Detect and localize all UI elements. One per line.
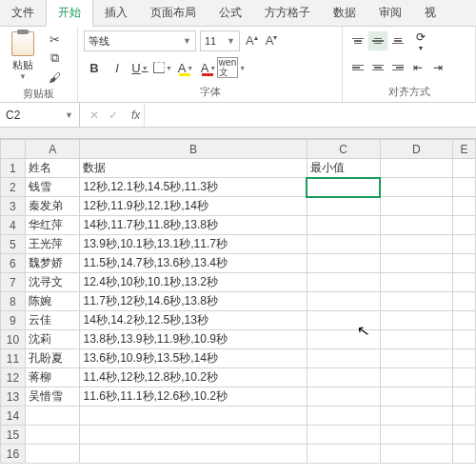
cell[interactable]: 11.5秒,14.7秒,13.6秒,13.4秒 [80, 254, 307, 273]
cell[interactable] [307, 197, 380, 216]
spreadsheet-grid[interactable]: ABCDE1姓名数据最小值2钱雪12秒,12.1秒,14.5秒,11.3秒3秦发… [0, 139, 476, 464]
cell[interactable] [453, 407, 476, 426]
cell[interactable] [380, 311, 453, 330]
decrease-indent-button[interactable]: ⇤ [408, 58, 427, 77]
cell[interactable] [307, 292, 380, 311]
align-bottom-button[interactable] [388, 31, 407, 50]
col-header-D[interactable]: D [380, 140, 453, 159]
align-right-button[interactable] [388, 58, 407, 77]
select-all-corner[interactable] [1, 140, 26, 159]
cell[interactable] [453, 445, 476, 464]
cell[interactable] [380, 426, 453, 445]
copy-button[interactable]: ⧉ [44, 50, 65, 66]
cell[interactable]: 秦发弟 [25, 197, 80, 216]
cell[interactable]: 11.6秒,11.1秒,12.6秒,10.2秒 [80, 387, 307, 407]
cell[interactable] [453, 197, 476, 216]
cell[interactable] [25, 426, 80, 445]
cell[interactable]: 沈寻文 [25, 273, 80, 292]
formula-input[interactable] [144, 103, 476, 127]
cell[interactable] [453, 254, 476, 273]
row-header-12[interactable]: 12 [1, 368, 26, 387]
cell[interactable] [307, 445, 380, 464]
font-color-button[interactable]: A▼ [198, 57, 219, 78]
tab-方方格子[interactable]: 方方格子 [253, 0, 322, 26]
row-header-5[interactable]: 5 [1, 235, 26, 254]
cell[interactable]: 13.6秒,10.9秒,13.5秒,14秒 [80, 349, 307, 368]
cell[interactable] [380, 254, 453, 273]
cell[interactable] [307, 330, 380, 349]
cell[interactable] [453, 235, 476, 254]
cell[interactable] [453, 273, 476, 292]
format-painter-button[interactable]: 🖌 [44, 69, 65, 85]
cell[interactable] [307, 311, 380, 330]
row-header-14[interactable]: 14 [1, 407, 26, 426]
cell[interactable] [453, 330, 476, 349]
name-box[interactable]: C2▼ [0, 103, 80, 127]
underline-button[interactable]: U▼ [129, 57, 150, 78]
cell[interactable]: 钱雪 [25, 178, 80, 197]
cell[interactable]: 陈婉 [25, 292, 80, 311]
cell[interactable]: 13.9秒,10.1秒,13.1秒,11.7秒 [80, 235, 307, 254]
cell[interactable] [307, 349, 380, 368]
row-header-7[interactable]: 7 [1, 273, 26, 292]
cell[interactable] [380, 445, 453, 464]
col-header-B[interactable]: B [80, 140, 307, 159]
cell[interactable] [453, 368, 476, 387]
cell[interactable]: 云佳 [25, 311, 80, 330]
row-header-8[interactable]: 8 [1, 292, 26, 311]
cell[interactable]: 王光萍 [25, 235, 80, 254]
cell[interactable]: 11.7秒,12秒,14.6秒,13.8秒 [80, 292, 307, 311]
cell[interactable]: 华红萍 [25, 216, 80, 235]
align-middle-button[interactable] [368, 31, 387, 50]
cell[interactable] [380, 292, 453, 311]
cell[interactable] [25, 445, 80, 464]
cell[interactable]: 12.4秒,10秒,10.1秒,13.2秒 [80, 273, 307, 292]
accept-formula-icon[interactable]: ✓ [109, 109, 118, 122]
orientation-button[interactable]: ⟳▼ [408, 31, 433, 50]
align-center-button[interactable] [368, 58, 387, 77]
row-header-11[interactable]: 11 [1, 349, 26, 368]
cancel-formula-icon[interactable]: ✕ [89, 109, 99, 122]
cell[interactable]: 魏梦娇 [25, 254, 80, 273]
col-header-E[interactable]: E [453, 140, 476, 159]
cell[interactable]: 12秒,11.9秒,12.1秒,14秒 [80, 197, 307, 216]
cell[interactable] [307, 235, 380, 254]
row-header-13[interactable]: 13 [1, 387, 26, 407]
cell[interactable]: 14秒,14.2秒,12.5秒,13秒 [80, 311, 307, 330]
cell[interactable] [380, 178, 453, 197]
tab-审阅[interactable]: 审阅 [367, 0, 413, 26]
row-header-3[interactable]: 3 [1, 197, 26, 216]
tab-页面布局[interactable]: 页面布局 [139, 0, 208, 26]
cell[interactable] [307, 407, 380, 426]
tab-开始[interactable]: 开始 [46, 0, 93, 27]
row-header-1[interactable]: 1 [1, 159, 26, 178]
cell[interactable] [380, 387, 453, 407]
cell[interactable]: 11.4秒,12秒,12.8秒,10.2秒 [80, 368, 307, 387]
cell[interactable]: 13.8秒,13.9秒,11.9秒,10.9秒 [80, 330, 307, 349]
cell[interactable] [380, 349, 453, 368]
cell[interactable]: 12秒,12.1秒,14.5秒,11.3秒 [80, 178, 307, 197]
col-header-C[interactable]: C [307, 140, 380, 159]
cell[interactable] [307, 216, 380, 235]
tab-数据[interactable]: 数据 [322, 0, 367, 26]
cell[interactable] [307, 254, 380, 273]
cell[interactable] [25, 407, 80, 426]
fill-color-button[interactable]: A▼ [175, 57, 196, 78]
font-size-select[interactable]: 11▼ [200, 30, 240, 51]
cell[interactable]: 蒋柳 [25, 368, 80, 387]
cell[interactable] [453, 159, 476, 178]
cell[interactable] [380, 330, 453, 349]
cell[interactable]: 姓名 [25, 159, 80, 178]
tab-公式[interactable]: 公式 [208, 0, 253, 26]
row-header-9[interactable]: 9 [1, 311, 26, 330]
cell[interactable]: 孔盼夏 [25, 349, 80, 368]
cell[interactable]: 最小值 [307, 159, 380, 178]
cell[interactable] [453, 178, 476, 197]
cell[interactable] [307, 426, 380, 445]
cell[interactable] [80, 426, 307, 445]
cell[interactable] [453, 311, 476, 330]
italic-button[interactable]: I [107, 57, 128, 78]
cell[interactable] [453, 426, 476, 445]
increase-font-button[interactable]: A▴ [244, 33, 260, 48]
increase-indent-button[interactable]: ⇥ [428, 58, 447, 77]
